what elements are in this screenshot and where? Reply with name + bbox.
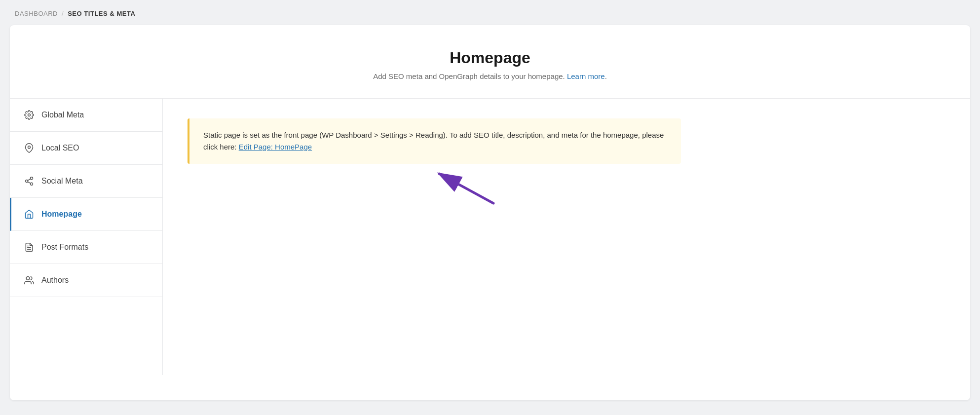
svg-line-11 — [439, 174, 493, 203]
page-header: Homepage Add SEO meta and OpenGraph deta… — [10, 25, 970, 99]
sidebar-item-label: Local SEO — [41, 144, 79, 152]
breadcrumb-separator: / — [62, 10, 64, 17]
sidebar-item-global-meta[interactable]: Global Meta — [10, 99, 162, 132]
sidebar-item-homepage[interactable]: Homepage — [10, 198, 162, 231]
svg-line-5 — [28, 182, 31, 183]
content-layout: Global Meta Local SEO — [10, 99, 970, 375]
sidebar-item-social-meta[interactable]: Social Meta — [10, 165, 162, 198]
breadcrumb: DASHBOARD / SEO TITLES & META — [0, 0, 980, 25]
svg-point-1 — [28, 146, 31, 149]
breadcrumb-current: SEO TITLES & META — [68, 10, 135, 17]
gear-icon — [24, 110, 35, 120]
document-icon — [24, 242, 35, 253]
share-icon — [24, 176, 35, 187]
home-icon — [24, 209, 35, 220]
sidebar-item-label: Social Meta — [41, 177, 83, 186]
sidebar-item-post-formats[interactable]: Post Formats — [10, 231, 162, 264]
users-icon — [24, 275, 35, 286]
sidebar-item-authors[interactable]: Authors — [10, 264, 162, 297]
learn-more-link[interactable]: Learn more — [567, 72, 605, 80]
arrow-annotation — [188, 169, 945, 208]
main-content-area: Static page is set as the front page (WP… — [163, 99, 970, 375]
main-card: Homepage Add SEO meta and OpenGraph deta… — [10, 25, 970, 400]
svg-line-6 — [28, 179, 31, 180]
sidebar-item-local-seo[interactable]: Local SEO — [10, 132, 162, 165]
sidebar: Global Meta Local SEO — [10, 99, 163, 375]
page-title: Homepage — [30, 49, 950, 67]
svg-point-0 — [28, 114, 31, 116]
edit-page-link[interactable]: Edit Page: HomePage — [239, 143, 312, 151]
sidebar-item-label: Authors — [41, 276, 69, 285]
breadcrumb-dashboard[interactable]: DASHBOARD — [15, 10, 58, 17]
sidebar-item-label: Post Formats — [41, 243, 88, 252]
sidebar-item-label: Homepage — [41, 210, 82, 219]
arrow-icon — [424, 169, 503, 208]
location-icon — [24, 143, 35, 153]
page-description: Add SEO meta and OpenGraph details to yo… — [30, 72, 950, 80]
notice-box: Static page is set as the front page (WP… — [188, 118, 681, 164]
svg-point-9 — [26, 277, 30, 280]
sidebar-item-label: Global Meta — [41, 111, 84, 119]
